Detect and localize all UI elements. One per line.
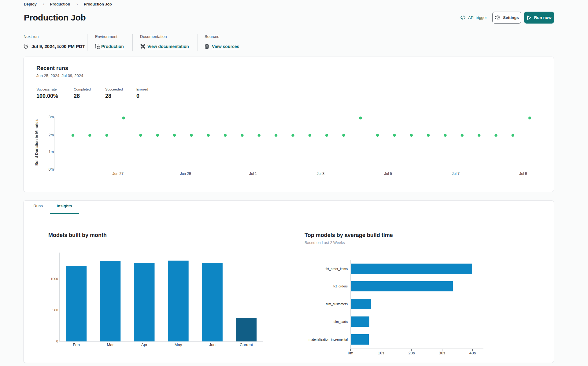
svg-text:Build Duration in Minutes: Build Duration in Minutes <box>35 119 39 165</box>
svg-text:Jul 3: Jul 3 <box>317 172 325 176</box>
svg-text:May: May <box>175 342 182 347</box>
svg-text:30s: 30s <box>439 351 445 355</box>
svg-text:materialization_incremental: materialization_incremental <box>309 338 348 341</box>
svg-text:20s: 20s <box>409 351 415 355</box>
svg-text:fct_order_items: fct_order_items <box>326 267 348 271</box>
svg-text:0m: 0m <box>348 351 353 355</box>
svg-text:Mar: Mar <box>107 342 114 347</box>
svg-text:10s: 10s <box>378 351 384 355</box>
svg-text:Jun 27: Jun 27 <box>113 172 124 176</box>
svg-text:Jul 1: Jul 1 <box>249 172 257 176</box>
svg-text:dim_parts: dim_parts <box>334 320 348 323</box>
svg-text:Current: Current <box>240 342 253 347</box>
svg-text:Jul 9: Jul 9 <box>519 172 527 176</box>
svg-text:1m: 1m <box>49 150 54 154</box>
svg-text:3m: 3m <box>49 115 54 119</box>
svg-text:Jun 29: Jun 29 <box>180 172 191 176</box>
svg-text:0m: 0m <box>49 167 54 172</box>
svg-text:Feb: Feb <box>73 342 80 347</box>
svg-text:2m: 2m <box>49 133 54 137</box>
svg-text:500: 500 <box>53 308 58 312</box>
svg-text:fct_orders: fct_orders <box>333 284 348 288</box>
svg-text:Apr: Apr <box>141 342 148 347</box>
svg-text:Jun: Jun <box>209 342 216 347</box>
svg-text:dim_customers: dim_customers <box>326 302 348 306</box>
svg-text:1000: 1000 <box>51 277 58 281</box>
svg-text:0: 0 <box>56 339 58 343</box>
svg-text:Jul 7: Jul 7 <box>452 172 460 176</box>
svg-text:Jul 5: Jul 5 <box>384 172 392 176</box>
svg-text:40s: 40s <box>469 351 476 355</box>
